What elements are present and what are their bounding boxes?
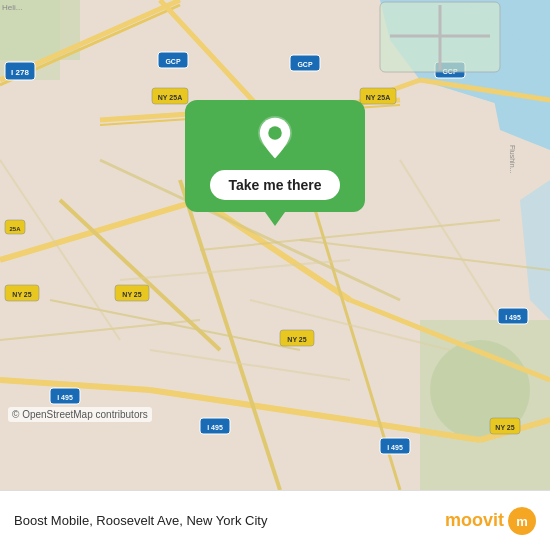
- svg-text:I 495: I 495: [57, 394, 73, 401]
- svg-text:I 278: I 278: [11, 68, 29, 77]
- moovit-logo-icon: m: [510, 509, 534, 533]
- moovit-icon: m: [508, 507, 536, 535]
- svg-text:NY 25A: NY 25A: [366, 94, 390, 101]
- svg-text:NY 25: NY 25: [122, 291, 141, 298]
- popup-card: Take me there: [185, 100, 365, 212]
- location-pin-icon: [253, 116, 297, 160]
- svg-text:25A: 25A: [9, 226, 21, 232]
- map-container: I 278 GCP GCP GCP NY 25A NY 25A 25A NY 2…: [0, 0, 550, 490]
- location-text: Boost Mobile, Roosevelt Ave, New York Ci…: [14, 513, 267, 528]
- map-copyright: © OpenStreetMap contributors: [8, 407, 152, 422]
- svg-text:I 495: I 495: [207, 424, 223, 431]
- bottom-bar: Boost Mobile, Roosevelt Ave, New York Ci…: [0, 490, 550, 550]
- svg-text:NY 25: NY 25: [12, 291, 31, 298]
- svg-text:Flushin...: Flushin...: [509, 145, 516, 173]
- svg-text:m: m: [516, 514, 528, 529]
- svg-text:I 495: I 495: [387, 444, 403, 451]
- svg-text:NY 25A: NY 25A: [158, 94, 182, 101]
- svg-text:Heli...: Heli...: [2, 3, 22, 12]
- svg-text:I 495: I 495: [505, 314, 521, 321]
- svg-text:GCP: GCP: [297, 61, 313, 68]
- svg-point-72: [268, 126, 282, 140]
- moovit-logo: moovit m: [445, 507, 536, 535]
- take-me-there-button[interactable]: Take me there: [210, 170, 339, 200]
- svg-text:NY 25: NY 25: [495, 424, 514, 431]
- moovit-brand-text: moovit: [445, 510, 504, 531]
- svg-text:NY 25: NY 25: [287, 336, 306, 343]
- svg-text:GCP: GCP: [165, 58, 181, 65]
